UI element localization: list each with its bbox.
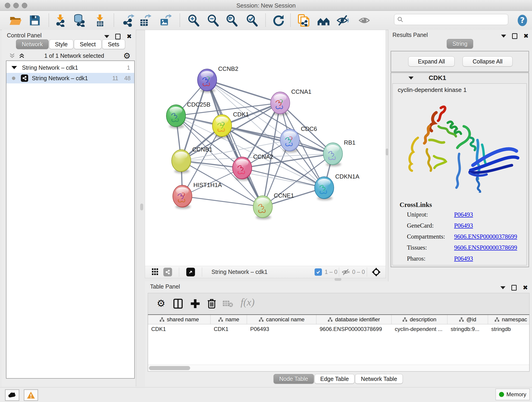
search-input[interactable] (404, 16, 500, 23)
tab-network-table[interactable]: Network Table (355, 374, 403, 384)
memory-button[interactable]: Memory (496, 389, 530, 400)
import-network-file-button[interactable] (53, 13, 68, 28)
toolbar-separator (367, 268, 367, 277)
export-network-button[interactable] (121, 13, 136, 28)
string-documents-button[interactable] (296, 13, 311, 28)
column-header--id[interactable]: @id (447, 315, 488, 324)
navigate-crosshair-icon[interactable] (371, 267, 381, 277)
scrollbar-thumb[interactable] (149, 366, 190, 370)
toolbar-search[interactable] (394, 14, 508, 25)
save-session-button[interactable] (27, 13, 42, 28)
refresh-button[interactable] (271, 13, 286, 28)
toolbar-separator (49, 13, 49, 27)
network-list-header: 1 of 1 Network selected ⚙ (6, 51, 134, 61)
import-table-file-button[interactable] (93, 13, 107, 28)
network-edge[interactable] (182, 196, 263, 207)
home-button[interactable] (316, 13, 331, 28)
network-node-CCNA1[interactable]: CCNA1 (271, 88, 311, 115)
grid-view-button[interactable] (152, 268, 160, 277)
collapse-all-button[interactable]: Collapse All (462, 56, 513, 66)
delete-column-trash-icon[interactable] (207, 298, 216, 309)
column-header-canonical-name[interactable]: canonical name (247, 315, 317, 324)
crosslink-link[interactable]: P06493 (454, 222, 473, 229)
network-canvas[interactable]: CCNB2CCNA1CDC25BCDK1CDC6RB1CCNB1CCNA2CDK… (145, 30, 386, 266)
table-row[interactable]: CDK1CDK1P064939606.ENSP00000378699cyclin… (148, 324, 529, 334)
tab-node-table[interactable]: Node Table (273, 374, 314, 384)
memory-label: Memory (506, 391, 526, 398)
eye-slash-icon (336, 14, 349, 27)
hide-panels-button[interactable] (336, 13, 350, 28)
column-header-namespac[interactable]: namespac (488, 315, 530, 324)
import-network-database-button[interactable] (72, 13, 87, 28)
collapse-section-icon[interactable] (409, 77, 413, 80)
network-icon-button[interactable] (163, 268, 172, 276)
table-cell: cyclin-dependent ... (392, 324, 447, 334)
panel-menu-icon[interactable] (500, 286, 505, 289)
zoom-selected-button[interactable] (245, 13, 259, 28)
birdseye-view-button[interactable] (186, 268, 195, 276)
export-table-button[interactable] (138, 13, 152, 28)
network-node-CDKN1A[interactable]: CDKN1A (315, 173, 360, 200)
columns-icon[interactable] (173, 299, 183, 309)
tab-style[interactable]: Style (49, 39, 74, 49)
refresh-icon (272, 14, 285, 27)
table-cell: P06493 (247, 324, 317, 334)
crosslink-label: Compartments: (407, 233, 454, 240)
panel-menu-icon[interactable] (104, 35, 109, 38)
node-label: CDK1 (233, 111, 249, 118)
network-edge[interactable] (207, 80, 280, 103)
show-panels-button[interactable] (357, 13, 372, 28)
panel-close-icon[interactable]: ✖ (523, 285, 528, 290)
panel-float-icon[interactable] (511, 285, 517, 291)
open-session-button[interactable] (8, 13, 23, 28)
tab-edge-table[interactable]: Edge Table (315, 374, 355, 384)
column-header-database-identifier[interactable]: database identifier (317, 315, 392, 324)
node-label: CDC25B (187, 101, 210, 108)
add-column-icon[interactable] (190, 299, 200, 309)
export-image-button[interactable] (158, 13, 172, 28)
network-node-RB1[interactable]: RB1 (323, 139, 355, 166)
tab-network[interactable]: Network (16, 39, 49, 49)
crosslink-link[interactable]: P06493 (454, 211, 473, 218)
network-collection-row[interactable]: String Network – cdk1 1 (6, 62, 134, 73)
function-builder-icon-disabled: f(x) (241, 296, 254, 308)
crosslink-link[interactable]: 9606.ENSP00000378699 (454, 244, 517, 251)
table-horizontal-scrollbar[interactable] (148, 365, 529, 371)
tab-select[interactable]: Select (74, 39, 101, 49)
protein-card-header[interactable]: CDK1 (391, 73, 529, 83)
cloud-status-button[interactable] (5, 389, 19, 401)
panel-close-icon[interactable]: ✖ (523, 34, 529, 38)
crosslink-row: Pharos:P06493 (407, 255, 521, 262)
panel-float-icon[interactable] (512, 33, 517, 39)
network-row[interactable]: String Network – cdk1 11 48 (6, 73, 134, 83)
network-node-CCNE1[interactable]: CCNE1 (253, 192, 294, 219)
save-icon (28, 14, 41, 27)
expand-all-button[interactable]: Expand All (408, 56, 455, 66)
expand-all-icon[interactable] (18, 52, 25, 59)
panel-menu-icon[interactable] (501, 35, 506, 38)
crosslink-link[interactable]: 9606.ENSP00000378699 (454, 233, 517, 240)
column-header-shared-name[interactable]: shared name (148, 315, 210, 324)
tree-expand-icon[interactable] (12, 66, 17, 69)
column-header-name[interactable]: name (210, 315, 247, 324)
table-settings-gear-icon[interactable]: ⚙ (157, 298, 165, 309)
zoom-in-button[interactable] (186, 13, 201, 28)
panel-close-icon[interactable]: ✖ (127, 34, 132, 39)
column-header-description[interactable]: description (392, 315, 447, 324)
warnings-button[interactable] (24, 389, 38, 401)
left-splitter-handle[interactable] (140, 204, 143, 211)
horizontal-splitter-handle[interactable] (335, 278, 341, 281)
panel-float-icon[interactable] (115, 34, 120, 39)
crosslink-link[interactable]: P06493 (454, 255, 473, 262)
collapse-all-icon[interactable] (9, 52, 16, 59)
zoom-fit-button[interactable] (225, 13, 239, 28)
network-node-CDC25B[interactable]: CDC25B (166, 101, 210, 128)
node-table-grid[interactable]: shared namenamecanonical namedatabase id… (148, 314, 530, 371)
gear-icon[interactable]: ⚙ (123, 51, 131, 61)
tab-string[interactable]: String (447, 39, 473, 49)
help-button[interactable]: ? (515, 13, 530, 28)
selected-checkbox[interactable] (315, 268, 322, 276)
tab-sets[interactable]: Sets (102, 39, 125, 49)
network-node-HIST1H1A[interactable]: HIST1H1A (173, 182, 222, 209)
zoom-out-button[interactable] (206, 13, 220, 28)
